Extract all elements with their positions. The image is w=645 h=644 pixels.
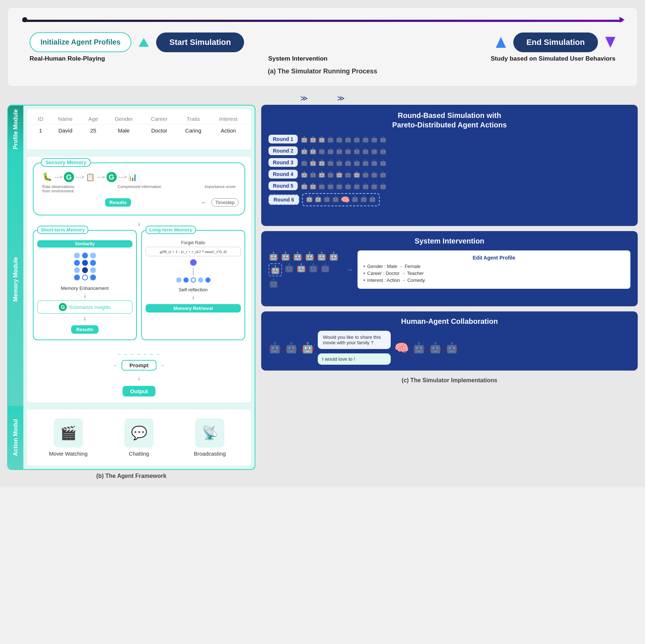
robot-r4-10: 🤖	[379, 171, 387, 178]
dashed-arrow-1: - - - >	[54, 174, 62, 180]
forget-ratio-label: Forget Ratio	[146, 240, 241, 245]
robot-r2-3: 🤖	[318, 147, 325, 154]
robot-r1-8: 🤖	[362, 136, 369, 143]
round-2-robots: 🤖 🤖 🤖 🤖 🤖 🤖 🤖 🤖 🤖 🤖	[301, 147, 387, 154]
robot-r2-5: 🤖	[336, 147, 343, 154]
col-gender: Gender	[105, 114, 142, 124]
tree-container	[146, 256, 241, 285]
long-arrow-left: ← ← ← ← ← ← ←	[117, 351, 161, 357]
memory-module-wrapper: Memory Module Sensory Memory 🐛 - - - > G…	[8, 153, 255, 406]
timestep-badge: Timestep	[211, 198, 239, 207]
robot-r2-2: 🤖	[309, 147, 317, 154]
round-5-robots: 🤖 🤖 🤖 🤖 🤖 🤖 🤖 🤖 🤖 🤖	[301, 183, 387, 189]
memory-module-label: Memory Module	[8, 153, 23, 406]
speech-bubble-1: Would you like to share this movie with …	[318, 331, 391, 349]
collab-robot-6: 🤖	[445, 342, 458, 354]
cell-traits: Caring	[177, 124, 210, 137]
prompt-left-arrow: ←	[160, 362, 166, 369]
dot-row-4	[74, 275, 96, 280]
int-robot-10: 🤖	[320, 263, 330, 276]
robot-r6-3: 🤖	[323, 195, 331, 204]
robot-r1-2: 🤖	[309, 136, 317, 143]
self-reflection-label: Self-reflection	[146, 287, 241, 292]
bullet-3: •	[363, 277, 365, 283]
summarize-box: G Summarize Insights	[37, 300, 132, 314]
chevron-left: ≫	[300, 94, 308, 103]
edit-profile-title: Edit Agent Profile	[363, 255, 625, 261]
robot-r5-10: 🤖	[379, 183, 387, 189]
edit-item-3: • Interest : Action → Comedy	[363, 277, 625, 283]
memory-two-col: Short-term Memory Similarity	[33, 230, 245, 340]
cell-age: 25	[81, 124, 105, 137]
right-panel-caption: (c) The Simulator Implementations	[261, 377, 638, 384]
robot-r1-7: 🤖	[353, 136, 360, 143]
table-row: 1 David 25 Male Doctor Caring Action	[31, 124, 247, 137]
round-3-label: Round 3	[269, 158, 298, 167]
collab-robot-4: 🤖	[413, 342, 425, 354]
chatting-icon: 💬	[131, 425, 147, 441]
end-simulation-button[interactable]: End Simulation	[513, 32, 598, 52]
tree-dot-5	[205, 277, 211, 283]
dashed-arrow-2: - - - >	[76, 174, 84, 180]
dot-2	[82, 253, 88, 258]
edit-item-1: • Gender : Male → Female	[363, 264, 625, 269]
down-arrow-4: ↓	[146, 294, 241, 300]
robot-r4-4: 🤖	[327, 171, 334, 178]
intervention-down-arrow: ↓	[269, 290, 630, 300]
short-term-label: Short-term Memory	[37, 226, 88, 234]
robot-r5-7: 🤖	[353, 183, 360, 189]
sensory-bottom-row: Results ← Timestep	[39, 194, 239, 211]
round-6-robots: 🤖 🤖 🤖 🤖 🧠 🤖 🤖 🤖	[302, 193, 380, 206]
progress-bar-fill	[22, 20, 623, 22]
chevron-dividers: ≫ ≫	[7, 94, 638, 103]
system-intervention-label: System Intervention	[268, 55, 328, 62]
cell-name: David	[50, 124, 81, 137]
robot-r2-9: 🤖	[371, 147, 378, 154]
edit-text-1: Gender : Male → Female	[367, 264, 421, 269]
robot-r4-3: 🤖	[318, 171, 325, 178]
dot-12	[90, 275, 96, 280]
gpt-icon-1: G	[64, 172, 74, 182]
collab-brain-icon: 🧠	[394, 341, 409, 355]
bullet-2: •	[363, 271, 365, 276]
col-interest: Interest	[210, 114, 247, 124]
profile-module-label: Profile Module	[8, 106, 23, 153]
int-robot-3: 🤖	[293, 252, 302, 261]
intervention-robots-group: 🤖 🤖 🤖 🤖 🤖 🤖 🤖 🤖 🤖 🤖 🤖 🤖	[269, 252, 341, 288]
dot-row-1	[74, 253, 96, 258]
action-content: 🎬 Movie Watching 💬 Chatting	[27, 410, 251, 465]
real-human-label: Real-Human Role-Playing	[30, 55, 105, 62]
tree-dot-4	[198, 277, 203, 283]
robot-r4-6: 🤖	[344, 171, 352, 178]
memory-enhancement-label: Memory Enhancement	[37, 285, 132, 291]
speech-bubbles-container: Would you like to share this movie with …	[318, 331, 391, 365]
chatting-icon-box: 💬	[124, 418, 154, 448]
broadcasting-icon-box: 📡	[195, 418, 224, 448]
labels-row: Real-Human Role-Playing System Intervent…	[22, 52, 623, 62]
top-section: Initialize Agent Profiles Start Simulati…	[7, 7, 638, 87]
system-intervention-box: System Intervention 🤖 🤖 🤖 🤖 🤖 🤖 🤖 🤖 🤖 🤖	[261, 231, 638, 306]
round-4-row: Round 4 🤖 🤖 🤖 🤖 🤖 🤖 🤖 🤖 🤖 🤖	[269, 170, 630, 179]
dot-row-2	[74, 260, 96, 266]
collab-robot-3: 🤖	[301, 342, 314, 354]
round-sim-title: Round-Based Simulation withPareto-Distri…	[269, 111, 630, 130]
prompt-output-section: ← ← ← ← ← ← ← → Prompt ← ↓ Output	[33, 345, 245, 396]
profile-table-container: ID Name Age Gender Career Traits Interes…	[27, 109, 251, 149]
robot-r5-3: 🤖	[318, 183, 325, 189]
robot-r3-9: 🤖	[371, 159, 378, 166]
robot-r2-8: 🤖	[362, 147, 369, 154]
round-1-robots: 🤖 🤖 🤖 🤖 🤖 🤖 🤖 🤖 🤖 🤖	[301, 136, 387, 143]
col-id: ID	[31, 114, 50, 124]
dot-5	[82, 260, 88, 266]
memory-retrieval-badge: Memory Retrieval	[146, 304, 241, 313]
prompt-right-arrow: →	[112, 362, 118, 369]
round-6-row: Round 6 🤖 🤖 🤖 🤖 🧠 🤖 🤖 🤖	[269, 193, 630, 206]
output-badge: Output	[123, 386, 155, 396]
round-2-row: Round 2 🤖 🤖 🤖 🤖 🤖 🤖 🤖 🤖 🤖 🤖	[269, 146, 630, 155]
agent-framework-wrapper: Profile Module ID Name Age Gender Career	[7, 105, 255, 470]
round-4-label: Round 4	[269, 170, 298, 179]
compressed-label: Compressed information	[117, 184, 161, 193]
initialize-agent-profiles-button[interactable]: Initialize Agent Profiles	[30, 32, 131, 52]
start-simulation-button[interactable]: Start Simulation	[156, 32, 244, 52]
progress-bar	[22, 19, 623, 23]
